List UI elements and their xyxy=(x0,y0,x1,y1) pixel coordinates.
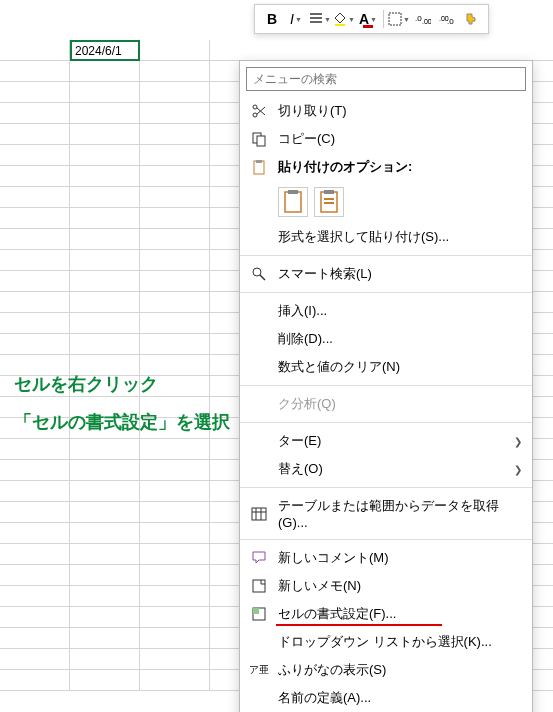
svg-rect-12 xyxy=(256,160,262,163)
svg-rect-17 xyxy=(324,198,334,200)
menu-label: ふりがなの表示(S) xyxy=(278,661,522,679)
chevron-right-icon: ❯ xyxy=(514,464,522,475)
borders-button[interactable]: ▼ xyxy=(388,8,410,30)
menu-label: スマート検索(L) xyxy=(278,265,522,283)
grid-cell[interactable] xyxy=(140,40,210,61)
annotation-text-1: セルを右クリック xyxy=(14,368,158,400)
furigana-menu-item[interactable]: ア亜 ふりがなの表示(S) xyxy=(240,656,532,684)
menu-label: ク分析(Q) xyxy=(278,395,522,413)
paste-options-heading: 貼り付けのオプション: xyxy=(240,153,532,181)
svg-rect-10 xyxy=(257,136,265,146)
menu-label: 削除(D)... xyxy=(278,330,522,348)
svg-point-8 xyxy=(253,105,257,109)
comment-icon xyxy=(248,549,270,567)
scissors-icon xyxy=(248,102,270,120)
svg-rect-2 xyxy=(389,13,401,25)
format-painter-button[interactable] xyxy=(460,8,482,30)
menu-label: コピー(C) xyxy=(278,130,522,148)
get-data-menu-item[interactable]: テーブルまたは範囲からデータを取得(G)... xyxy=(240,492,532,535)
clear-menu-item[interactable]: 数式と値のクリア(N) xyxy=(240,353,532,381)
selected-cell[interactable]: 2024/6/1 xyxy=(70,40,140,61)
paste-options-row xyxy=(240,181,532,223)
smart-lookup-menu-item[interactable]: スマート検索(L) xyxy=(240,260,532,288)
clipboard-icon xyxy=(248,158,270,176)
svg-point-19 xyxy=(253,268,261,276)
paste-special-menu-item[interactable]: 形式を選択して貼り付け(S)... xyxy=(240,223,532,251)
svg-text:.00: .00 xyxy=(422,18,431,25)
menu-label: ドロップダウン リストから選択(K)... xyxy=(278,633,522,651)
align-button[interactable]: ▼ xyxy=(309,8,331,30)
define-name-menu-item[interactable]: 名前の定義(A)... xyxy=(240,684,532,712)
grid-cell[interactable] xyxy=(0,40,70,61)
menu-label: 貼り付けのオプション: xyxy=(278,158,522,176)
table-icon xyxy=(248,505,270,523)
font-color-button[interactable]: A ▼ xyxy=(357,8,379,30)
insert-menu-item[interactable]: 挿入(I)... xyxy=(240,297,532,325)
svg-rect-20 xyxy=(252,508,266,520)
svg-point-7 xyxy=(253,113,257,117)
italic-button[interactable]: I▼ xyxy=(285,8,307,30)
menu-label: 新しいコメント(M) xyxy=(278,549,522,567)
menu-label: 替え(O) xyxy=(278,460,514,478)
format-cells-menu-item[interactable]: セルの書式設定(F)... xyxy=(240,600,532,628)
svg-rect-21 xyxy=(253,580,265,592)
annotation-text-2: 「セルの書式設定」を選択 xyxy=(14,406,230,438)
menu-label: 挿入(I)... xyxy=(278,302,522,320)
new-comment-menu-item[interactable]: 新しいコメント(M) xyxy=(240,544,532,572)
menu-label: 名前の定義(A)... xyxy=(278,689,522,707)
decrease-decimal-button[interactable]: .00.0 xyxy=(436,8,458,30)
menu-label: 形式を選択して貼り付け(S)... xyxy=(278,228,522,246)
format-cells-icon xyxy=(248,605,270,623)
menu-label: 新しいメモ(N) xyxy=(278,577,522,595)
svg-rect-18 xyxy=(324,202,334,204)
new-note-menu-item[interactable]: 新しいメモ(N) xyxy=(240,572,532,600)
svg-rect-16 xyxy=(324,190,334,194)
svg-rect-14 xyxy=(288,190,298,194)
paste-option-values[interactable] xyxy=(314,187,344,217)
menu-search-input[interactable] xyxy=(246,67,526,91)
menu-label: セルの書式設定(F)... xyxy=(278,605,522,623)
menu-label: 切り取り(T) xyxy=(278,102,522,120)
context-menu: 切り取り(T) コピー(C) 貼り付けのオプション: 形式を選択して貼り付け(S… xyxy=(239,60,533,712)
svg-text:.0: .0 xyxy=(447,17,454,26)
furigana-icon: ア亜 xyxy=(248,661,270,679)
menu-label: 数式と値のクリア(N) xyxy=(278,358,522,376)
cut-menu-item[interactable]: 切り取り(T) xyxy=(240,97,532,125)
svg-rect-23 xyxy=(253,608,259,614)
sort-menu-item[interactable]: 替え(O) ❯ xyxy=(240,455,532,483)
mini-toolbar: B I▼ ▼ ▼ A ▼ ▼ .0.00 .00.0 xyxy=(254,4,489,34)
note-icon xyxy=(248,577,270,595)
fill-color-button[interactable]: ▼ xyxy=(333,8,355,30)
dropdown-select-menu-item[interactable]: ドロップダウン リストから選択(K)... xyxy=(240,628,532,656)
menu-search-container xyxy=(240,61,532,97)
increase-decimal-button[interactable]: .0.00 xyxy=(412,8,434,30)
paste-option-normal[interactable] xyxy=(278,187,308,217)
svg-rect-13 xyxy=(285,192,301,212)
bold-button[interactable]: B xyxy=(261,8,283,30)
menu-label: ター(E) xyxy=(278,432,514,450)
search-icon xyxy=(248,265,270,283)
delete-menu-item[interactable]: 削除(D)... xyxy=(240,325,532,353)
analysis-menu-item: ク分析(Q) xyxy=(240,390,532,418)
svg-rect-1 xyxy=(363,25,373,28)
menu-label: テーブルまたは範囲からデータを取得(G)... xyxy=(278,497,522,530)
filter-menu-item[interactable]: ター(E) ❯ xyxy=(240,427,532,455)
copy-icon xyxy=(248,130,270,148)
chevron-right-icon: ❯ xyxy=(514,436,522,447)
svg-rect-0 xyxy=(335,24,345,26)
copy-menu-item[interactable]: コピー(C) xyxy=(240,125,532,153)
